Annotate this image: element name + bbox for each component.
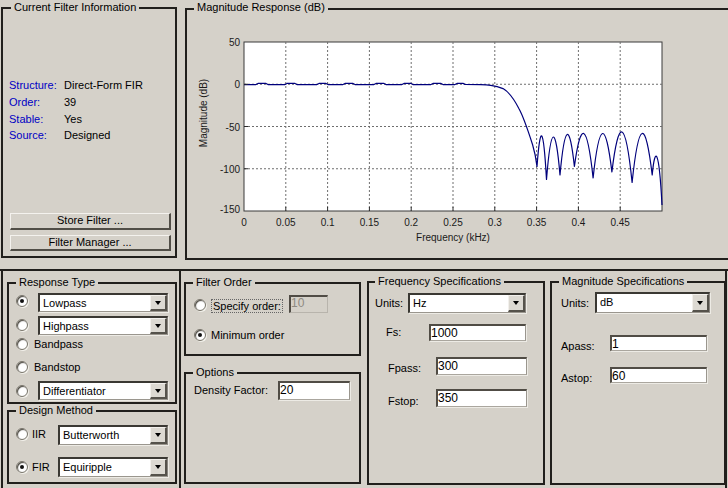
svg-text:50: 50 [229,37,241,48]
svg-text:0.2: 0.2 [404,217,418,228]
svg-text:-150: -150 [220,204,240,215]
svg-text:0.45: 0.45 [610,217,630,228]
svg-text:0: 0 [241,217,247,228]
svg-text:0.25: 0.25 [443,217,463,228]
svg-text:Frequency (kHz): Frequency (kHz) [416,232,490,243]
svg-text:0.1: 0.1 [321,217,335,228]
svg-text:0.05: 0.05 [276,217,296,228]
svg-text:0: 0 [234,79,240,90]
svg-text:Magnitude (dB): Magnitude (dB) [198,79,209,147]
svg-text:-100: -100 [220,164,240,175]
svg-text:0.4: 0.4 [571,217,585,228]
svg-text:0.15: 0.15 [360,217,380,228]
svg-text:0.35: 0.35 [527,217,547,228]
svg-text:0.3: 0.3 [488,217,502,228]
svg-text:-50: -50 [226,122,241,133]
